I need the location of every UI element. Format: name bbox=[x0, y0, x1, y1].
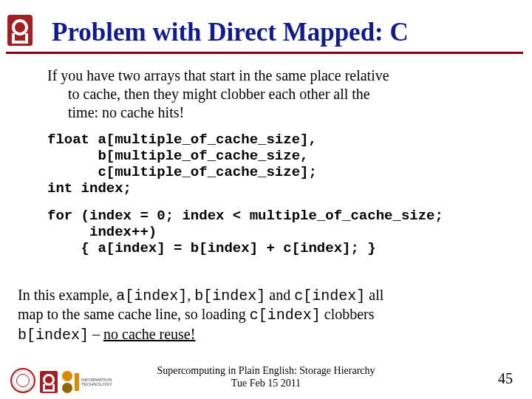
slide-body: If you have two arrays that start in the… bbox=[47, 66, 502, 257]
title-rule bbox=[6, 52, 523, 54]
intro-line-2: to cache, then they might clobber each o… bbox=[47, 85, 502, 103]
explain-pre: In this example, bbox=[18, 287, 116, 303]
footer: INFORMATION TECHNOLOGY Supercomputing in… bbox=[0, 361, 532, 395]
ou-logo-shape bbox=[7, 15, 33, 46]
explain-sep1: , bbox=[187, 287, 194, 303]
footer-line-2: Tue Feb 15 2011 bbox=[231, 378, 301, 389]
no-cache-reuse: no cache reuse! bbox=[103, 326, 195, 342]
explain-line2b: clobbers bbox=[321, 306, 375, 322]
explain-mid1: and bbox=[265, 287, 294, 303]
ou-logo bbox=[7, 15, 34, 47]
explain-line2a: map to the same cache line, so loading bbox=[18, 306, 250, 322]
footer-line-1: Supercomputing in Plain English: Storage… bbox=[157, 365, 375, 376]
code-b: b[index] bbox=[194, 287, 265, 304]
intro-line-1: If you have two arrays that start in the… bbox=[47, 66, 502, 85]
code-c: c[index] bbox=[294, 287, 365, 304]
code-a: a[index] bbox=[116, 287, 187, 304]
intro-line-3: time: no cache hits! bbox=[47, 103, 502, 122]
footer-text: Supercomputing in Plain English: Storage… bbox=[0, 365, 532, 390]
explain-paragraph: In this example, a[index], b[index] and … bbox=[18, 286, 516, 344]
title-area: Problem with Direct Mapped: C bbox=[52, 18, 517, 47]
page-number: 45 bbox=[498, 370, 513, 387]
explain-dash: – bbox=[89, 326, 103, 342]
slide-title: Problem with Direct Mapped: C bbox=[52, 18, 517, 47]
code-loop: for (index = 0; index < multiple_of_cach… bbox=[47, 208, 502, 257]
intro-paragraph: If you have two arrays that start in the… bbox=[47, 66, 502, 122]
code-b2: b[index] bbox=[18, 327, 89, 344]
code-c2: c[index] bbox=[250, 307, 321, 324]
explain-post1: all bbox=[365, 287, 383, 303]
code-declarations: float a[multiple_of_cache_size], b[multi… bbox=[47, 132, 502, 197]
